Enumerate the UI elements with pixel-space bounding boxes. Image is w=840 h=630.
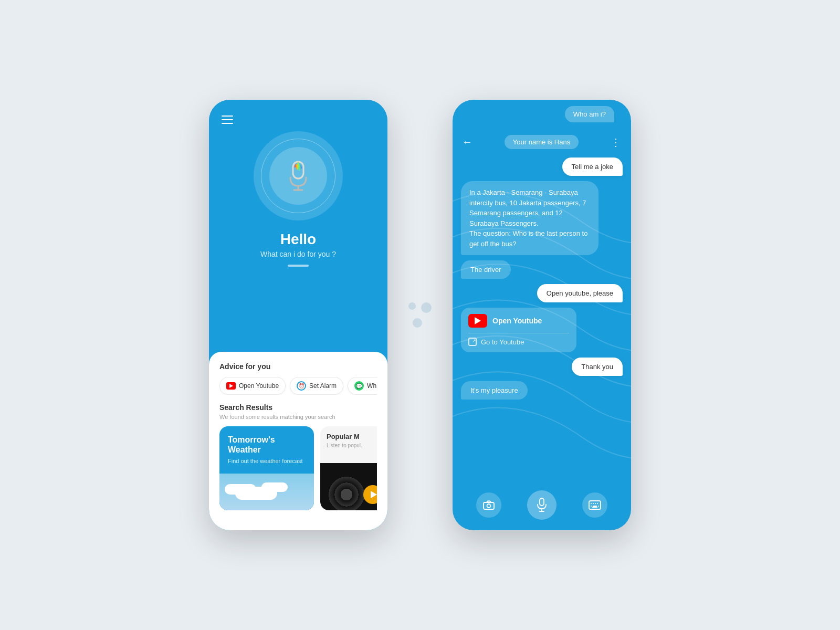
goto-youtube-label: Go to Youtube xyxy=(481,338,524,346)
quick-btn-whatsapp[interactable]: 💬 Wh... xyxy=(348,377,377,395)
youtube-logo-icon xyxy=(468,314,487,328)
quick-btn-whatsapp-label: Wh... xyxy=(367,382,377,390)
youtube-open-label: Open Youtube xyxy=(492,317,542,325)
top-section: Hello What can i do for you ? xyxy=(209,100,387,352)
music-card-title: Popular M xyxy=(327,433,377,440)
svg-rect-8 xyxy=(589,501,601,509)
decoration xyxy=(408,302,432,328)
msg-thank-you: Thank you xyxy=(572,358,623,376)
advice-title: Advice for you xyxy=(219,362,377,371)
more-options-button[interactable]: ⋮ xyxy=(611,136,622,149)
cloud-area xyxy=(219,474,314,510)
youtube-card-top: Open Youtube xyxy=(468,314,569,333)
msg-open-youtube-request: Open youtube, please xyxy=(537,284,623,302)
who-am-i-section: Who am i? xyxy=(453,100,631,125)
weather-card[interactable]: Tomorrow's Weather Find out the weather … xyxy=(219,426,314,510)
msg-the-driver: The driver xyxy=(461,260,511,279)
quick-btn-youtube-label: Open Youtube xyxy=(239,382,279,390)
weather-card-title: Tomorrow's Weather xyxy=(228,435,306,455)
microphone-button[interactable] xyxy=(527,490,556,520)
who-am-i-bubble: Who am i? xyxy=(565,106,614,122)
bottom-panel: Advice for you Open Youtube ⏰ Set Alarm … xyxy=(209,352,387,530)
alarm-icon: ⏰ xyxy=(297,381,306,391)
back-button[interactable]: ← xyxy=(462,136,472,148)
result-cards: Tomorrow's Weather Find out the weather … xyxy=(219,426,377,510)
hamburger-menu[interactable] xyxy=(222,116,233,124)
chat-header: ← Your name is Hans ⋮ xyxy=(453,125,631,153)
svg-point-4 xyxy=(487,504,490,508)
quick-btn-alarm-label: Set Alarm xyxy=(309,382,337,390)
cloud-3 xyxy=(261,482,288,492)
keyboard-button[interactable] xyxy=(582,492,607,518)
quick-actions-row: Open Youtube ⏰ Set Alarm 💬 Wh... xyxy=(219,377,377,395)
left-phone: Hello What can i do for you ? Advice for… xyxy=(209,100,387,530)
external-link-icon xyxy=(468,338,477,346)
quick-btn-youtube[interactable]: Open Youtube xyxy=(219,377,286,395)
camera-button[interactable] xyxy=(476,492,501,518)
youtube-goto-link[interactable]: Go to Youtube xyxy=(468,333,569,346)
search-subtitle: We found some results matching your sear… xyxy=(219,414,377,420)
quick-btn-alarm[interactable]: ⏰ Set Alarm xyxy=(290,377,343,395)
mic-container[interactable] xyxy=(254,131,343,220)
weather-card-sub: Find out the weather forecast xyxy=(228,458,306,464)
youtube-card[interactable]: Open Youtube Go to Youtube xyxy=(461,308,576,352)
music-card-sub: Listen to popul... xyxy=(327,443,377,448)
msg-my-pleasure: It's my pleasure xyxy=(461,381,528,400)
mic-inner xyxy=(269,147,327,205)
music-card[interactable]: Popular M Listen to popul... xyxy=(320,426,377,510)
search-title: Search Results xyxy=(219,403,377,412)
msg-joke-response: In a Jakarta - Semarang - Surabaya inter… xyxy=(461,181,598,255)
greeting: Hello xyxy=(280,231,316,248)
svg-rect-0 xyxy=(293,162,303,178)
chat-bottom-bar xyxy=(453,484,631,530)
svg-rect-5 xyxy=(540,498,544,506)
chat-messages: Tell me a joke In a Jakarta - Semarang -… xyxy=(453,153,631,484)
chat-header-title: Your name is Hans xyxy=(505,135,579,149)
whatsapp-icon: 💬 xyxy=(354,381,364,391)
svg-rect-3 xyxy=(484,502,494,509)
right-phone: Who am i? ← Your name is Hans ⋮ Tell me … xyxy=(453,100,631,530)
greeting-subtitle: What can i do for you ? xyxy=(260,250,336,258)
swipe-indicator xyxy=(288,265,309,267)
msg-tell-joke: Tell me a joke xyxy=(562,158,623,176)
youtube-icon xyxy=(226,382,236,390)
